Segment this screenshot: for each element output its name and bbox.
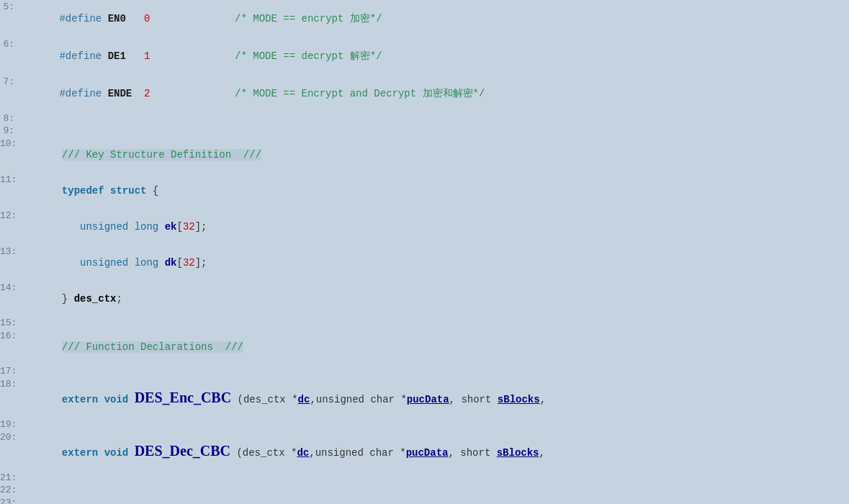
code-line-12: 12: unsigned long ek[32]; — [0, 209, 849, 245]
code-line-11: 11: typedef struct { — [0, 173, 849, 209]
line-number-13: 13: — [0, 246, 22, 257]
macro-ende: ENDE — [108, 88, 132, 99]
val-32-ek: 32 — [183, 221, 195, 233]
line-number-5: 5: — [0, 1, 20, 12]
code-line-5: 5: #define EN0 0 /* MODE == encrypt 加密*/ — [0, 0, 849, 37]
macro-en0: EN0 — [108, 13, 126, 24]
line-content-13: unsigned long dk[32]; — [22, 246, 849, 280]
typedef-keyword: typedef — [62, 185, 110, 197]
line-number-17: 17: — [0, 366, 22, 377]
struct-des-ctx: des_ctx — [74, 293, 117, 305]
func-des-enc-cbc: DES_Enc_CBC — [135, 390, 231, 405]
line-number-20: 20: — [0, 432, 22, 443]
func-des-dec-cbc: DES_Dec_CBC — [135, 443, 230, 459]
type-unsigned: unsigned long — [80, 221, 165, 233]
code-line-7: 7: #define ENDE 2 /* MODE == Encrypt and… — [0, 75, 849, 112]
line-number-14: 14: — [0, 282, 22, 293]
macro-de1: DE1 — [108, 50, 126, 62]
code-line-14: 14: } des_ctx; — [0, 281, 849, 317]
code-line-8: 8: — [0, 112, 849, 125]
line-number-16: 16: — [0, 330, 22, 341]
code-line-21: 21: — [0, 472, 849, 484]
line-number-19: 19: — [0, 419, 22, 430]
func-enc-params: (des_ctx *dc,unsigned char *pucData, sho… — [231, 394, 546, 405]
comment-ende: /* MODE == Encrypt and Decrypt 加密和解密*/ — [235, 88, 485, 99]
section-key-struct: /// Key Structure Definition /// — [62, 149, 261, 161]
line-content-7: #define ENDE 2 /* MODE == Encrypt and De… — [20, 76, 849, 112]
code-line-9: 9: — [0, 125, 849, 137]
line-content-5: #define EN0 0 /* MODE == encrypt 加密*/ — [20, 1, 849, 37]
line-content-23: extern void TripleDES_ENC_CBC( unsigned … — [22, 497, 849, 504]
comment-en0: /* MODE == encrypt 加密*/ — [235, 13, 382, 24]
line-content-18: extern void DES_Enc_CBC (des_ctx *dc,uns… — [22, 378, 849, 418]
line-number-8: 8: — [0, 113, 20, 124]
line-content-10: /// Key Structure Definition /// — [22, 138, 849, 172]
code-line-15: 15: — [0, 317, 849, 329]
line-number-23: 23: — [0, 498, 22, 504]
define-keyword: #define — [59, 13, 107, 24]
line-number-15: 15: — [0, 318, 22, 328]
code-line-23: 23: extern void TripleDES_ENC_CBC( unsig… — [0, 496, 849, 504]
line-number-12: 12: — [0, 210, 22, 221]
code-line-10: 10: /// Key Structure Definition /// — [0, 137, 849, 173]
define-keyword-3: #define — [59, 88, 107, 99]
line-content-11: typedef struct { — [22, 174, 849, 208]
line-number-11: 11: — [0, 174, 22, 185]
code-line-16: 16: /// Function Declarations /// — [0, 329, 849, 365]
extern-kw-2: extern — [62, 447, 104, 459]
code-line-13: 13: unsigned long dk[32]; — [0, 245, 849, 281]
code-line-6: 6: #define DE1 1 /* MODE == decrypt 解密*/ — [0, 37, 849, 75]
line-content-6: #define DE1 1 /* MODE == decrypt 解密*/ — [20, 38, 849, 74]
extern-kw-1: extern — [62, 394, 104, 405]
line-number-10: 10: — [0, 138, 22, 149]
struct-keyword: struct — [110, 185, 153, 197]
type-unsigned-2: unsigned long — [80, 257, 165, 269]
line-number-9: 9: — [0, 125, 20, 136]
func-dec-params: (des_ctx *dc,unsigned char *pucData, sho… — [230, 447, 545, 459]
code-line-20: 20: extern void DES_Dec_CBC (des_ctx *dc… — [0, 431, 849, 472]
line-content-12: unsigned long ek[32]; — [22, 210, 849, 244]
section-func-decl: /// Function Declarations /// — [62, 341, 243, 353]
line-number-7: 7: — [0, 76, 20, 87]
define-keyword-2: #define — [59, 50, 107, 62]
void-kw-2: void — [104, 447, 135, 459]
comment-de1: /* MODE == decrypt 解密*/ — [235, 50, 382, 62]
line-number-21: 21: — [0, 472, 22, 483]
code-line-22: 22: — [0, 484, 849, 496]
line-content-14: } des_ctx; — [22, 282, 849, 316]
line-number-18: 18: — [0, 379, 22, 390]
val-32-dk: 32 — [183, 257, 195, 269]
field-ek: ek — [165, 221, 177, 233]
field-dk: dk — [165, 257, 177, 269]
void-kw-1: void — [104, 394, 135, 405]
line-content-20: extern void DES_Dec_CBC (des_ctx *dc,uns… — [22, 431, 849, 471]
line-content-16: /// Function Declarations /// — [22, 330, 849, 364]
code-line-18: 18: extern void DES_Enc_CBC (des_ctx *dc… — [0, 377, 849, 418]
code-editor: 5: #define EN0 0 /* MODE == encrypt 加密*/… — [0, 0, 849, 504]
code-line-19: 19: — [0, 418, 849, 431]
line-number-6: 6: — [0, 39, 20, 50]
line-number-22: 22: — [0, 485, 22, 495]
code-line-17: 17: — [0, 365, 849, 377]
